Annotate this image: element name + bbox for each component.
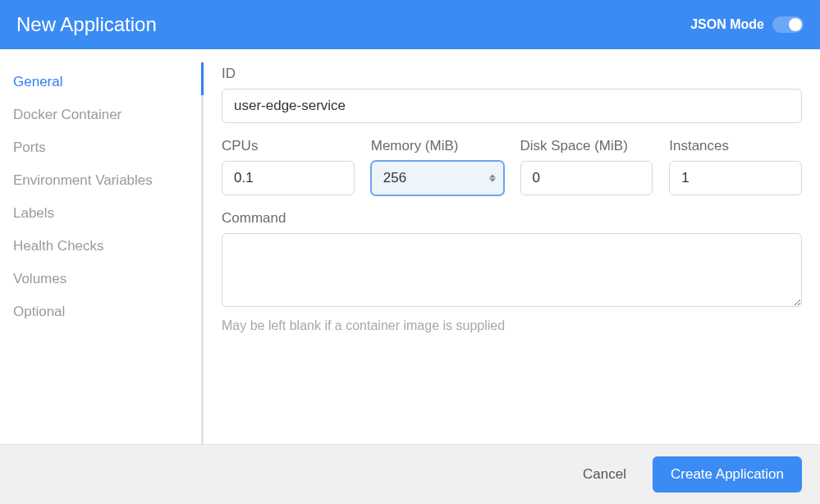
command-helper: May be left blank if a container image i… [222,318,802,333]
cpus-input[interactable] [222,161,355,195]
command-label: Command [222,210,802,227]
toggle-knob [789,18,802,31]
sidebar: General Docker Container Ports Environme… [0,49,201,444]
cpus-group: CPUs [222,138,355,195]
memory-input[interactable] [371,161,504,195]
command-group: Command May be left blank if a container… [222,210,802,333]
dialog-body: General Docker Container Ports Environme… [0,49,820,444]
cancel-button[interactable]: Cancel [576,458,633,491]
dialog-footer: Cancel Create Application [0,444,820,504]
create-application-button[interactable]: Create Application [653,456,802,493]
disk-group: Disk Space (MiB) [520,138,653,195]
sidebar-item-ports[interactable]: Ports [10,131,201,164]
json-mode-control: JSON Mode [690,16,804,33]
id-input[interactable] [222,89,802,123]
memory-label: Memory (MiB) [371,138,504,154]
sidebar-item-general[interactable]: General [10,66,201,99]
id-group: ID [222,66,802,123]
json-mode-toggle[interactable] [772,16,804,33]
sidebar-item-health-checks[interactable]: Health Checks [10,230,201,263]
disk-input[interactable] [520,161,653,195]
instances-group: Instances [669,138,802,195]
resource-row: CPUs Memory (MiB) Disk Space (MiB) Inst [222,138,802,195]
dialog-header: New Application JSON Mode [0,0,820,49]
sidebar-item-optional[interactable]: Optional [10,296,201,328]
sidebar-divider [201,62,204,444]
sidebar-item-labels[interactable]: Labels [10,197,201,230]
sidebar-item-docker-container[interactable]: Docker Container [10,99,201,131]
sidebar-item-environment-variables[interactable]: Environment Variables [10,164,201,197]
cpus-label: CPUs [222,138,355,154]
disk-label: Disk Space (MiB) [520,138,653,154]
memory-group: Memory (MiB) [371,138,504,195]
form-panel: ID CPUs Memory (MiB) Disk Space (MiB) [204,49,820,444]
sidebar-active-indicator [201,62,204,95]
instances-label: Instances [669,138,802,154]
sidebar-item-volumes[interactable]: Volumes [10,263,201,296]
command-input[interactable] [222,233,802,307]
id-label: ID [222,66,802,82]
json-mode-label: JSON Mode [690,17,764,32]
header-title: New Application [16,13,157,36]
instances-input[interactable] [669,161,802,195]
